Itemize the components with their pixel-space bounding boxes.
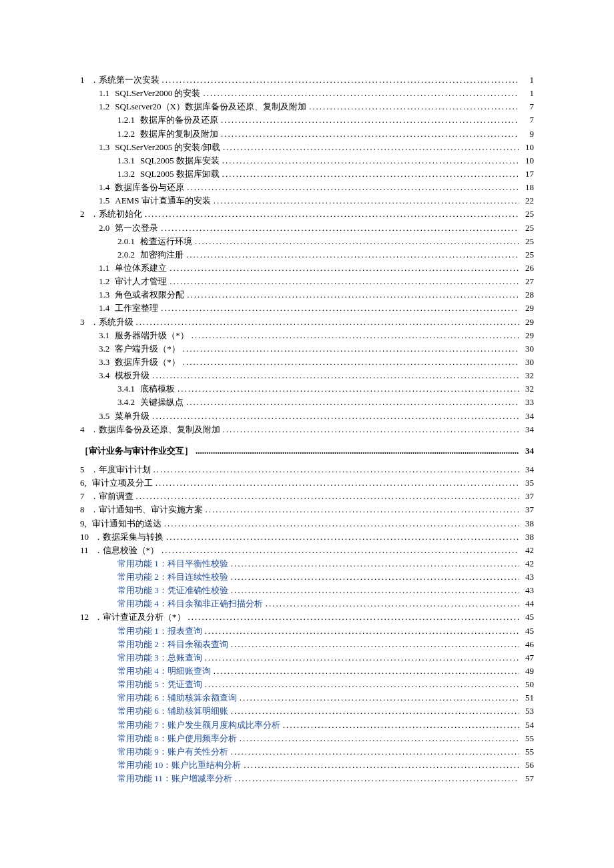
- toc-label: 常用功能 4：明细账查询: [117, 665, 211, 678]
- toc-row: 1．系统第一次安装1: [80, 73, 534, 87]
- toc-page-number: 44: [519, 597, 534, 610]
- toc-page-number: 51: [519, 691, 534, 705]
- toc-leader-dots: [306, 100, 519, 113]
- toc-label: 模板升级: [115, 369, 149, 382]
- toc-row: 10．数据采集与转换38: [80, 530, 534, 544]
- toc-leader-dots: [218, 113, 519, 127]
- toc-label: 常用功能 1：报表查询: [117, 624, 202, 638]
- toc-row: 常用功能 1：科目平衡性校验42: [80, 557, 534, 570]
- toc-row: 3.5菜单升级34: [80, 410, 534, 423]
- section-heading: ［审计业务与审计作业交互］ 34: [80, 444, 534, 458]
- toc-page-number: 22: [519, 194, 534, 207]
- toc-number: 1.5: [99, 194, 115, 207]
- toc-label: 检查运行环境: [140, 235, 192, 248]
- toc-label: 常用功能 2：科目连续性校验: [117, 570, 228, 584]
- toc-block-2: 5．年度审计计划346,审计立项及分工357．审前调查378．审计通知书、审计实…: [80, 463, 534, 785]
- toc-label: SQL2005 数据库卸载: [140, 167, 220, 181]
- toc-row: 8．审计通知书、审计实施方案37: [80, 503, 534, 516]
- toc-leader-dots: [189, 329, 519, 342]
- toc-leader-dots: [263, 597, 519, 610]
- toc-page-number: 38: [519, 517, 534, 530]
- toc-number: 2.0.1: [117, 235, 140, 248]
- section-heading-dots: [193, 444, 519, 458]
- toc-leader-dots: [228, 557, 519, 570]
- toc-page-number: 29: [519, 302, 534, 315]
- toc-row: 1.3SQLSerVer2005 的安装/卸载10: [80, 141, 534, 154]
- toc-row: 常用功能 4：科目余额非正确扫描分析44: [80, 597, 534, 610]
- toc-number: 1.4: [99, 302, 115, 315]
- toc-leader-dots: [237, 732, 519, 745]
- toc-label: 审计通知书的送达: [92, 517, 162, 530]
- toc-page-number: 45: [519, 610, 534, 624]
- toc-row: 1.2审计人才管理27: [80, 275, 534, 288]
- toc-row: 常用功能 6：辅助核算余额查询51: [80, 691, 534, 705]
- toc-leader-dots: [241, 759, 519, 772]
- toc-leader-dots: [133, 316, 520, 329]
- toc-page-number: 34: [519, 423, 534, 436]
- toc-leader-dots: [228, 705, 519, 718]
- toc-number: 9,: [80, 517, 92, 530]
- toc-leader-dots: [180, 342, 519, 356]
- toc-row: 常用功能 8：账户使用频率分析55: [80, 732, 534, 745]
- toc-page-number: 25: [519, 207, 534, 221]
- toc-label: ．数据采集与转换: [94, 530, 164, 544]
- toc-row: 2.0.1检查运行环境25: [80, 235, 534, 248]
- toc-page-number: 7: [519, 113, 534, 127]
- toc-row: 1.2.1数据库的备份及还原7: [80, 113, 534, 127]
- toc-number: 1.1: [99, 87, 115, 100]
- toc-number: 5: [80, 463, 90, 476]
- toc-page-number: 34: [519, 463, 534, 476]
- toc-leader-dots: [184, 181, 519, 194]
- toc-number: 3.4: [99, 369, 115, 382]
- toc-label: 数据库备份与还原: [115, 181, 184, 194]
- toc-leader-dots: [211, 194, 519, 207]
- toc-leader-dots: [158, 302, 519, 315]
- toc-leader-dots: [220, 141, 519, 154]
- toc-number: 6,: [80, 476, 92, 490]
- toc-number: 10: [80, 530, 94, 544]
- toc-row: 9,审计通知书的送达38: [80, 517, 534, 530]
- toc-leader-dots: [149, 369, 519, 382]
- toc-number: 2.0.2: [117, 248, 140, 262]
- toc-row: 常用功能 6：辅助核算明细账53: [80, 705, 534, 718]
- toc-block-1: 1．系统第一次安装11.1SQLSerVer2000 的安装11.2SQLser…: [80, 73, 534, 436]
- toc-number: 3.3: [99, 356, 115, 369]
- toc-page-number: 53: [519, 705, 534, 718]
- toc-page-number: 46: [519, 638, 534, 651]
- toc-leader-dots: [203, 503, 520, 516]
- toc-row: 1.3.1SQL2005 数据库安装10: [80, 154, 534, 167]
- toc-leader-dots: [228, 570, 519, 584]
- toc-page-number: 35: [519, 476, 534, 490]
- toc-row: 3.2客户端升级（*）30: [80, 342, 534, 356]
- toc-page-number: 49: [519, 665, 534, 678]
- toc-leader-dots: [228, 638, 519, 651]
- toc-number: 1.3: [99, 141, 115, 154]
- toc-label: 常用功能 11：账户增减率分析: [117, 772, 232, 785]
- toc-row: 常用功能 7：账户发生额月度构成比率分析54: [80, 719, 534, 732]
- toc-leader-dots: [164, 530, 519, 544]
- toc-label: SQLSerVer2000 的安装: [115, 87, 200, 100]
- toc-row: 常用功能 5：凭证查询50: [80, 678, 534, 691]
- toc-row: 1.4数据库备份与还原18: [80, 181, 534, 194]
- toc-label: 服务器端升级（*）: [115, 329, 189, 342]
- toc-number: 1.3.1: [117, 154, 140, 167]
- toc-label: SQLSerVer2005 的安装/卸载: [115, 141, 220, 154]
- toc-page-number: 30: [519, 342, 534, 356]
- toc-number: 3.4.2: [117, 396, 140, 409]
- toc-label: ．信息校验（*）: [94, 544, 160, 557]
- toc-page-number: 38: [519, 530, 534, 544]
- toc-label: ．系统第一次安装: [90, 73, 160, 87]
- toc-label: 菜单升级: [115, 410, 149, 423]
- toc-label: 常用功能 3：总账查询: [117, 651, 202, 665]
- toc-row: 2．系统初始化25: [80, 207, 534, 221]
- toc-row: 1.2.2数据库的复制及附加9: [80, 127, 534, 141]
- toc-page-number: 25: [519, 235, 534, 248]
- toc-label: 角色或者权限分配: [115, 288, 184, 302]
- section-heading-page: 34: [519, 444, 534, 458]
- toc-page-number: 42: [519, 557, 534, 570]
- toc-row: 1.1单位体系建立26: [80, 262, 534, 275]
- toc-row: 1.3角色或者权限分配28: [80, 288, 534, 302]
- toc-number: 1.2.1: [117, 113, 140, 127]
- toc-page-number: 54: [519, 719, 534, 732]
- toc-label: 常用功能 10：账户比重结构分析: [117, 759, 241, 772]
